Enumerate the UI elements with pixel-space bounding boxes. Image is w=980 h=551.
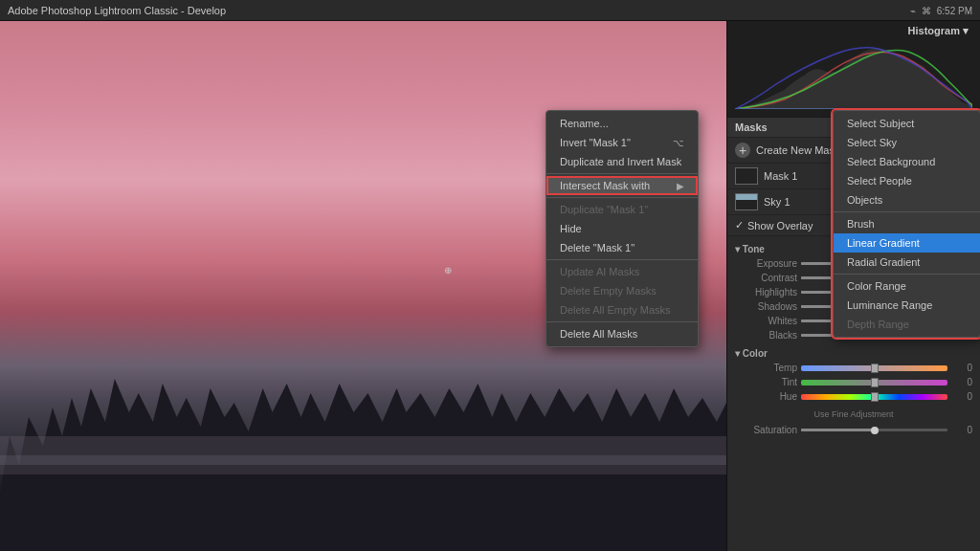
- titlebar: Adobe Photoshop Lightroom Classic - Deve…: [0, 0, 980, 21]
- submenu-linear-gradient[interactable]: Linear Gradient: [834, 233, 980, 253]
- saturation-value: 0: [951, 425, 972, 435]
- wifi-icon: ⌘: [922, 5, 931, 15]
- menu-intersect[interactable]: Intersect Mask with ▶: [546, 176, 698, 195]
- hue-slider[interactable]: [801, 394, 947, 400]
- battery-icon: ⌁: [910, 5, 916, 15]
- highlights-label: Highlights: [735, 287, 797, 298]
- menu-invert[interactable]: Invert "Mask 1" ⌥: [546, 133, 698, 152]
- menu-duplicate-mask[interactable]: Duplicate "Mask 1": [546, 200, 698, 219]
- shadows-label: Shadows: [735, 301, 797, 312]
- create-mask-label: Create New Mask: [756, 144, 839, 156]
- menu-delete-empty[interactable]: Delete Empty Masks: [546, 281, 698, 300]
- submenu-separator-1: [834, 211, 980, 212]
- submenu-select-sky[interactable]: Select Sky: [834, 133, 980, 152]
- mask-sky-thumbnail: [735, 193, 758, 210]
- plus-circle-icon: +: [735, 143, 750, 158]
- temp-slider[interactable]: [801, 365, 947, 371]
- menu-duplicate-invert[interactable]: Duplicate and Invert Mask: [546, 152, 698, 171]
- show-overlay-check: ✓: [735, 219, 744, 231]
- system-icons: ⌁ ⌘ 6:52 PM: [910, 5, 972, 15]
- submenu-radial-gradient[interactable]: Radial Gradient: [834, 253, 980, 272]
- menu-hide[interactable]: Hide: [546, 219, 698, 238]
- contrast-label: Contrast: [735, 273, 797, 283]
- forest-silhouette: [0, 341, 726, 551]
- submenu-select-people[interactable]: Select People: [834, 171, 980, 190]
- hue-label: Hue: [735, 391, 797, 402]
- time-display: 6:52 PM: [937, 5, 972, 15]
- submenu-luminance-range[interactable]: Luminance Range: [834, 296, 980, 315]
- intersect-submenu: Select Subject Select Sky Select Backgro…: [833, 110, 980, 338]
- menu-separator-3: [546, 259, 698, 260]
- context-menu: Rename... Invert "Mask 1" ⌥ Duplicate an…: [546, 110, 699, 347]
- histogram-area: Histogram ▾: [727, 21, 980, 117]
- temp-label: Temp: [735, 363, 797, 373]
- submenu-objects[interactable]: Objects: [834, 190, 980, 209]
- app-title: Adobe Photoshop Lightroom Classic - Deve…: [8, 5, 226, 16]
- saturation-row: Saturation 0: [727, 423, 980, 437]
- saturation-slider[interactable]: [801, 429, 947, 431]
- menu-delete-all[interactable]: Delete All Masks: [546, 324, 698, 343]
- menu-separator-1: [546, 173, 698, 174]
- submenu-color-range[interactable]: Color Range: [834, 276, 980, 296]
- color-section-title: ▾ Color: [727, 346, 980, 361]
- tint-row: Tint 0: [727, 375, 980, 389]
- use-fine-adjustment-label: Use Fine Adjustment: [727, 404, 980, 423]
- temp-row: Temp 0: [727, 361, 980, 375]
- tint-slider[interactable]: [801, 380, 947, 386]
- submenu-select-background[interactable]: Select Background: [834, 152, 980, 171]
- hue-value: 0: [951, 391, 972, 402]
- menu-separator-2: [546, 197, 698, 198]
- menu-update-ai[interactable]: Update AI Masks: [546, 262, 698, 281]
- temp-value: 0: [951, 363, 972, 373]
- menu-rename[interactable]: Rename...: [546, 114, 698, 133]
- tint-label: Tint: [735, 377, 797, 387]
- cursor-icon: ⊕: [444, 265, 452, 276]
- exposure-label: Exposure: [735, 258, 797, 269]
- menu-delete[interactable]: Delete "Mask 1": [546, 238, 698, 257]
- menu-separator-4: [546, 321, 698, 322]
- tint-value: 0: [951, 377, 972, 387]
- histogram-title[interactable]: Histogram ▾: [735, 25, 972, 37]
- submenu-brush[interactable]: Brush: [834, 214, 980, 233]
- mask-1-thumbnail: [735, 167, 758, 185]
- whites-label: Whites: [735, 316, 797, 326]
- menu-delete-all-empty[interactable]: Delete All Empty Masks: [546, 300, 698, 320]
- blacks-label: Blacks: [735, 330, 797, 341]
- svg-rect-2: [0, 455, 726, 474]
- submenu-select-subject[interactable]: Select Subject: [834, 114, 980, 133]
- submenu-depth-range[interactable]: Depth Range: [834, 315, 980, 334]
- hue-row: Hue 0: [727, 389, 980, 404]
- submenu-separator-2: [834, 274, 980, 275]
- saturation-label: Saturation: [735, 425, 797, 435]
- histogram-canvas: [735, 37, 972, 109]
- show-overlay-label: Show Overlay: [747, 220, 813, 231]
